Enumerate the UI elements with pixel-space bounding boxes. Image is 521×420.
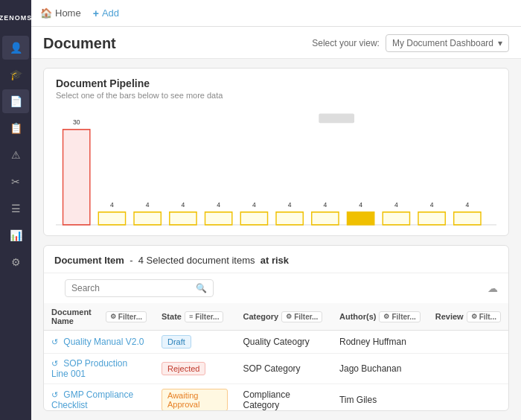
sidebar-item-settings[interactable]: ⚙ <box>2 250 29 274</box>
view-dropdown-value: My Document Dashboard <box>392 38 493 48</box>
cell-category-2: Compliance Category <box>235 384 332 412</box>
table-row: ↺ SOP Production Line 001 Rejected SOP C… <box>44 354 508 384</box>
filter-icon: ⚙ <box>110 313 116 320</box>
cell-state-1: Rejected <box>154 354 235 384</box>
sidebar-item-alerts[interactable]: ⚠ <box>2 143 29 167</box>
sidebar-item-profile[interactable]: 👤 <box>2 36 29 60</box>
category-filter-btn[interactable]: ⚙ Filter... <box>281 311 322 322</box>
search-input[interactable] <box>71 283 191 293</box>
search-bar: 🔍 <box>65 279 214 297</box>
svg-text:4: 4 <box>146 201 150 209</box>
chart-container: 30 Past Due 4 Jun 4 Jul 4 Aug <box>56 107 496 226</box>
row-doc-icon: ↺ <box>51 359 58 368</box>
sidebar-item-list[interactable]: ☰ <box>2 197 29 220</box>
cell-author-2: Tim Giles <box>332 384 428 412</box>
svg-text:4: 4 <box>182 201 185 209</box>
bar-apr[interactable] <box>454 212 481 225</box>
filter-icon-5: ⚙ <box>471 313 477 320</box>
sidebar-item-analytics[interactable]: 📊 <box>2 223 29 247</box>
row-doc-icon: ↺ <box>51 337 58 346</box>
name-filter-btn[interactable]: ⚙ Filter... <box>106 311 147 322</box>
cell-category-1: SOP Category <box>235 354 332 384</box>
review-filter-btn[interactable]: ⚙ Filt... <box>467 311 501 322</box>
state-filter-btn[interactable]: ≡ Filter... <box>185 311 224 322</box>
documents-table: Document Name ⚙ Filter... State ≡ Filter… <box>44 303 508 411</box>
view-selector: Select your view: My Document Dashboard … <box>312 34 509 52</box>
bar-dec[interactable] <box>312 212 339 225</box>
authors-filter-btn[interactable]: ⚙ Filter... <box>379 311 420 322</box>
sidebar-item-training[interactable]: 🎓 <box>2 63 29 86</box>
table-title: Document Item - 4 Selected document item… <box>54 255 289 266</box>
svg-text:4: 4 <box>465 201 469 209</box>
page-header: Document Select your view: My Document D… <box>31 27 521 59</box>
state-badge: Awaiting Approval <box>162 389 228 411</box>
row-doc-icon: ↺ <box>51 390 58 399</box>
svg-rect-25 <box>319 114 354 124</box>
svg-text:4: 4 <box>323 201 327 209</box>
list-icon: ☰ <box>11 203 21 214</box>
table-header: Document Item - 4 Selected document item… <box>44 246 508 273</box>
filter-icon-3: ⚙ <box>286 313 292 320</box>
svg-text:30: 30 <box>73 118 80 127</box>
doc-name-link[interactable]: SOP Production Line 001 <box>51 358 127 379</box>
bar-mar[interactable] <box>418 212 445 225</box>
home-label: Home <box>55 7 81 19</box>
col-header-review: Review ⚙ Filt... <box>428 303 508 331</box>
view-dropdown[interactable]: My Document Dashboard ▾ <box>386 34 509 52</box>
sidebar-item-document[interactable]: 📄 <box>2 89 29 113</box>
training-icon: 🎓 <box>10 69 22 80</box>
doc-name-link[interactable]: Quality Manual V2.0 <box>63 337 144 347</box>
view-selector-label: Select your view: <box>312 38 380 48</box>
bar-jul[interactable] <box>134 212 161 225</box>
sidebar-item-checklist[interactable]: 📋 <box>2 116 29 140</box>
cell-review-2 <box>428 384 508 412</box>
cell-category-0: Quality Cateogry <box>235 331 332 354</box>
chart-subtitle: Select one of the bars below to see more… <box>56 91 496 100</box>
add-button[interactable]: + Add <box>87 7 125 19</box>
filter-icon-2: ≡ <box>189 313 193 320</box>
svg-text:4: 4 <box>430 201 434 209</box>
tools-icon: ✂ <box>11 176 20 188</box>
bar-oct[interactable] <box>240 212 267 225</box>
bar-chart[interactable]: 30 Past Due 4 Jun 4 Jul 4 Aug <box>56 107 496 226</box>
upload-icon[interactable]: ☁ <box>488 282 498 294</box>
svg-text:4: 4 <box>359 201 362 209</box>
chevron-down-icon: ▾ <box>498 38 502 48</box>
home-icon: 🏠 <box>40 7 52 19</box>
state-badge: Draft <box>162 335 191 349</box>
bar-feb[interactable] <box>383 212 409 225</box>
settings-icon: ⚙ <box>11 256 21 268</box>
bar-jan[interactable] <box>347 212 374 225</box>
analytics-icon: 📊 <box>10 229 22 241</box>
bar-aug[interactable] <box>170 212 196 225</box>
svg-text:4: 4 <box>288 201 292 209</box>
bar-jun[interactable] <box>98 212 125 225</box>
bar-past-due[interactable] <box>63 130 90 225</box>
cell-review-0 <box>428 331 508 354</box>
bar-nov[interactable] <box>276 212 303 225</box>
filter-icon-4: ⚙ <box>383 313 389 320</box>
cell-state-0: Draft <box>154 331 235 354</box>
table-panel: Document Item - 4 Selected document item… <box>43 245 509 411</box>
page-title: Document <box>43 35 116 52</box>
plus-icon: + <box>93 7 99 19</box>
doc-name-link[interactable]: GMP Compliance Checklist <box>51 389 133 410</box>
logo-text: ZENOMS <box>0 14 32 22</box>
main-content: 🏠 Home + Add Document Select your view: … <box>31 0 521 420</box>
chart-panel: Document Pipeline Select one of the bars… <box>43 68 509 236</box>
cell-name-1: ↺ SOP Production Line 001 <box>44 354 154 384</box>
table-row: ↺ GMP Compliance Checklist Awaiting Appr… <box>44 384 508 412</box>
svg-text:4: 4 <box>394 201 398 209</box>
at-risk-label: at risk <box>260 255 289 266</box>
table-row: ↺ Quality Manual V2.0 Draft Quality Cate… <box>44 331 508 354</box>
svg-text:4: 4 <box>217 201 220 209</box>
content-area: Document Pipeline Select one of the bars… <box>31 59 521 420</box>
sidebar-item-tools[interactable]: ✂ <box>2 170 29 194</box>
col-header-name: Document Name ⚙ Filter... <box>44 303 154 331</box>
profile-icon: 👤 <box>10 42 22 54</box>
home-nav[interactable]: 🏠 Home <box>40 7 81 19</box>
cell-state-2: Awaiting Approval <box>154 384 235 412</box>
selected-count: 4 Selected document items <box>138 255 255 266</box>
top-nav: 🏠 Home + Add <box>31 0 521 27</box>
bar-sep[interactable] <box>205 212 232 225</box>
